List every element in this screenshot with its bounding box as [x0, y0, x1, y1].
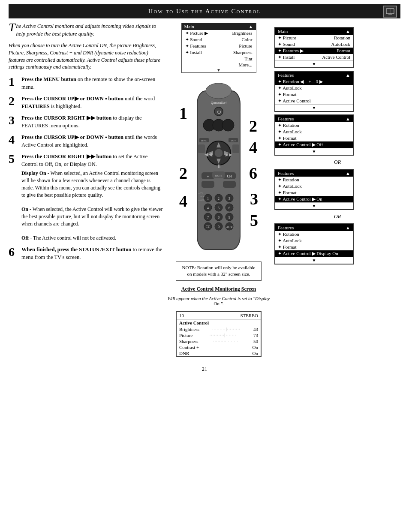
main-content: T he Active Control monitors and adjusts… [0, 18, 409, 361]
r-osd2-row-activecontrol: ✦ Active Control [275, 98, 353, 104]
osd-row-picture: ✦ Picture ▶Brightness [182, 30, 256, 36]
r-osd3-footer: ▼ [275, 148, 353, 155]
svg-text:−: − [229, 183, 231, 187]
svg-text:QuadraSurf: QuadraSurf [211, 101, 226, 105]
osd-main-header: Main▲ [182, 23, 256, 30]
remote-step-1: 1 [179, 104, 187, 123]
step-number-5: 5 [9, 153, 18, 165]
remote-step-4b: 4 [249, 138, 257, 157]
svg-text:MENU: MENU [201, 140, 208, 142]
r-osd4-row-format: ✦ Format [275, 189, 353, 196]
r-osd4-row-autolock: ✦ AutoLock [275, 183, 353, 189]
svg-rect-17 [198, 144, 205, 153]
monitoring-row-brightness: Brightness ·········|········· 43 [177, 326, 261, 332]
svg-text:⏸: ⏸ [217, 163, 222, 169]
svg-text:CH: CH [227, 174, 232, 178]
svg-point-10 [222, 119, 234, 131]
step-1-text: Press the MENU button on the remote to s… [21, 76, 163, 91]
right-osd-box4: Features▲ ✦ Rotation ✦ AutoLock ✦ Format… [274, 169, 354, 210]
osd-row-more: More... [182, 62, 256, 68]
svg-text:◀◀: ◀◀ [204, 151, 213, 157]
left-column: T he Active Control monitors and adjusts… [9, 23, 163, 357]
svg-text:+: + [207, 174, 209, 178]
intro-body: he Active Control monitors and adjusts i… [16, 23, 156, 37]
or-label-1: OR [274, 159, 400, 165]
svg-text:AUX: AUX [226, 225, 232, 229]
r-osd3-row-format: ✦ Format [275, 135, 353, 141]
step-5-subtext: Display On - When selected, an Active Co… [21, 170, 163, 242]
svg-text:—ACC: —ACC [198, 199, 205, 201]
svg-text:1: 1 [207, 197, 209, 201]
r-osd1-row-picture: ✦ PictureRotation [275, 35, 353, 41]
svg-rect-1 [388, 14, 392, 15]
r-osd1-row-features: ✦ Features ▶Format [275, 48, 353, 54]
r-osd5-row-autolock: ✦ AutoLock [275, 237, 353, 244]
svg-text:9: 9 [229, 216, 230, 219]
step-1: 1 Press the MENU button on the remote to… [9, 76, 163, 91]
when-text: When you choose to turn the Active Contr… [9, 42, 163, 71]
svg-text:—TV: —TV [198, 192, 203, 194]
r-osd3-row-autolock: ✦ AutoLock [275, 129, 353, 135]
r-osd2-row-autolock: ✦ AutoLock [275, 85, 353, 91]
svg-text:0: 0 [218, 225, 220, 229]
right-column: Main▲ ✦ PictureRotation ✦ SoundAutoLock … [274, 23, 400, 357]
svg-text:4: 4 [207, 206, 209, 210]
remote-step-5: 5 [250, 211, 258, 230]
svg-text:7: 7 [207, 216, 209, 219]
r-osd3-row-activecontrol: ✦ Active Control ▶ Off [275, 141, 353, 148]
svg-text:CC: CC [206, 225, 211, 229]
osd-arrow-down: ▼ [182, 68, 256, 72]
svg-point-4 [206, 83, 232, 99]
remote-step-2b: 2 [249, 117, 257, 135]
r-osd1-row-install: ✦ InstallActive Control [275, 54, 353, 60]
right-osd-box5: Features▲ ✦ Rotation ✦ AutoLock ✦ Format… [274, 223, 354, 264]
svg-text:⏻: ⏻ [217, 110, 221, 114]
r-osd1-header: Main▲ [275, 28, 353, 35]
r-osd4-header: Features▲ [275, 170, 353, 177]
svg-text:MUTE: MUTE [215, 174, 223, 177]
note-text: NOTE: Rotation will only be available on… [182, 265, 256, 277]
intro-text: T he Active Control monitors and adjusts… [9, 23, 163, 38]
r-osd5-row-format: ✦ Format [275, 244, 353, 250]
monitoring-row-dnr: DNR On [177, 350, 261, 356]
remote-area: 1 2 4 2 4 6 3 5 QuadraSurf ⏻ [176, 78, 262, 258]
step-number-4: 4 [9, 134, 18, 146]
remote-step-3: 3 [250, 189, 258, 208]
step-6: 6 When finished, press the STATUS /EXIT … [9, 246, 163, 261]
monitoring-top: 10 STEREO [177, 312, 261, 319]
osd-row-install: ✦ InstallSharpness [182, 49, 256, 56]
remote-step-2a: 2 [179, 164, 187, 183]
tv-icon [383, 6, 397, 18]
page-title: How to Use the Active Control [148, 8, 261, 15]
remote-svg: QuadraSurf ⏻ [193, 82, 244, 254]
osd-row-sound: ✦ SoundColor [182, 36, 256, 43]
step-3-text: Press the CURSOR RIGHT ▶▶ button to disp… [21, 114, 163, 129]
step-6-text: When finished, press the STATUS /EXIT bu… [21, 246, 163, 261]
note-box: NOTE: Rotation will only be available on… [176, 261, 262, 281]
step-2-text: Press the CURSOR UP▶ or DOWN ▪ button un… [21, 95, 163, 110]
monitoring-row-picture: Picture ··········|······· 73 [177, 332, 261, 338]
svg-text:5: 5 [218, 206, 220, 210]
right-osd-box1: Main▲ ✦ PictureRotation ✦ SoundAutoLock … [274, 27, 354, 68]
osd-row-features: ✦ FeaturesPicture [182, 43, 256, 49]
svg-text:−: − [207, 183, 209, 187]
monitoring-row-contrast: Contrast + On [177, 344, 261, 350]
r-osd2-header: Features▲ [275, 72, 353, 78]
r-osd4-footer: ▼ [275, 202, 353, 209]
step-3: 3 Press the CURSOR RIGHT ▶▶ button to di… [9, 114, 163, 129]
monitoring-title: Active Control [177, 319, 261, 326]
r-osd5-row-rotation: ✦ Rotation [275, 231, 353, 237]
r-osd4-row-rotation: ✦ Rotation [275, 177, 353, 183]
step-5-text: Press the CURSOR RIGHT ▶▶ button to set … [21, 153, 163, 168]
or-label-2: OR [274, 213, 400, 220]
r-osd3-row-rotation: ✦ Rotation [275, 122, 353, 129]
svg-text:EXIT: EXIT [231, 140, 235, 142]
svg-text:8: 8 [218, 216, 220, 219]
remote-step-4a: 4 [179, 192, 187, 210]
r-osd1-row-sound: ✦ SoundAutoLock [275, 41, 353, 48]
svg-text:—VCR: —VCR [198, 195, 205, 198]
r-osd3-header: Features▲ [275, 115, 353, 122]
step-number-3: 3 [9, 114, 18, 126]
step-number-2: 2 [9, 95, 18, 107]
middle-column: Main▲ ✦ Picture ▶Brightness ✦ SoundColor… [167, 23, 270, 357]
